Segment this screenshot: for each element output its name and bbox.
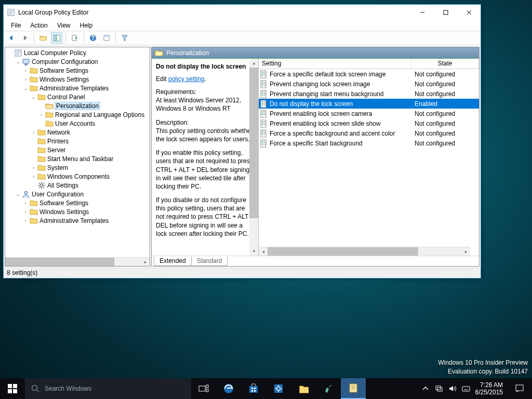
- tree-item[interactable]: ›Network: [6, 128, 150, 137]
- expand-icon[interactable]: ›: [30, 164, 37, 171]
- app-icon: [7, 8, 15, 17]
- tab-extended[interactable]: Extended: [154, 257, 192, 266]
- list-hscrollbar[interactable]: ◂▸: [259, 247, 470, 256]
- collapse-icon[interactable]: ⌄: [14, 58, 22, 65]
- tree-item[interactable]: ›Software Settings: [6, 198, 150, 207]
- expand-icon[interactable]: ›: [22, 217, 30, 224]
- properties-button[interactable]: [101, 32, 112, 44]
- list-row[interactable]: Force a specific default lock screen ima…: [259, 69, 479, 79]
- taskbar-app[interactable]: [316, 378, 341, 399]
- menu-help[interactable]: Help: [76, 21, 97, 30]
- menu-file[interactable]: File: [7, 21, 25, 30]
- expand-icon[interactable]: ›: [22, 199, 30, 207]
- taskbar-settings[interactable]: [266, 378, 291, 399]
- tree-item[interactable]: ›Windows Settings: [6, 75, 150, 84]
- collapse-icon[interactable]: ⌄: [14, 190, 22, 198]
- setting-state: Not configured: [411, 140, 479, 147]
- list-row[interactable]: Prevent enabling lock screen cameraNot c…: [259, 109, 479, 118]
- list-row[interactable]: Force a specific background and accent c…: [259, 128, 479, 138]
- tray-chevron-up-icon[interactable]: [421, 384, 430, 393]
- tray-clock[interactable]: 7:26 AM 6/25/2015: [475, 381, 503, 396]
- tree-admin-templates[interactable]: ⌄Administrative Templates: [6, 84, 150, 92]
- expand-icon[interactable]: ›: [30, 172, 37, 180]
- menu-action[interactable]: Action: [26, 21, 51, 30]
- menubar: File Action View Help: [4, 20, 481, 31]
- tree-item[interactable]: ›Windows Components: [6, 172, 150, 181]
- description-label: Description:: [156, 119, 189, 126]
- maximize-button[interactable]: [434, 5, 457, 20]
- task-view-button[interactable]: [191, 378, 216, 399]
- taskbar-gpedit[interactable]: [341, 378, 366, 399]
- search-icon: [31, 384, 39, 393]
- tree-item[interactable]: ›Regional and Language Options: [6, 110, 150, 119]
- tray-volume-icon[interactable]: [448, 384, 457, 393]
- description-vscrollbar[interactable]: ▴▾: [249, 59, 258, 256]
- edit-policy-link[interactable]: policy setting: [168, 75, 204, 83]
- col-state[interactable]: State: [411, 59, 479, 69]
- tree-computer-config[interactable]: ⌄Computer Configuration: [6, 57, 150, 66]
- tree-personalization[interactable]: Personalization: [6, 101, 150, 110]
- selected-policy-title: Do not display the lock screen: [156, 63, 254, 70]
- help-button[interactable]: ?: [87, 32, 99, 44]
- menu-view[interactable]: View: [53, 21, 75, 30]
- folder-icon: [37, 164, 46, 172]
- tree-control-panel[interactable]: ⌄Control Panel: [6, 92, 150, 101]
- expand-icon[interactable]: ›: [22, 66, 30, 74]
- taskbar-explorer[interactable]: [291, 378, 316, 399]
- tree-root[interactable]: Local Computer Policy: [6, 48, 150, 57]
- up-button[interactable]: [37, 32, 49, 44]
- back-button[interactable]: [6, 32, 17, 44]
- collapse-icon[interactable]: ⌄: [30, 93, 37, 101]
- taskbar-edge[interactable]: [216, 378, 241, 399]
- filter-button[interactable]: [119, 32, 130, 44]
- expand-icon[interactable]: ›: [22, 75, 30, 83]
- setting-state: Not configured: [411, 130, 479, 137]
- tree-item[interactable]: ›Administrative Templates: [6, 216, 150, 225]
- list-header[interactable]: Setting State: [259, 59, 479, 69]
- start-button[interactable]: [0, 378, 25, 399]
- expand-icon[interactable]: ›: [22, 208, 30, 216]
- tree-item[interactable]: ›Software Settings: [6, 66, 150, 75]
- windows-logo-icon: [8, 384, 17, 393]
- tray-keyboard-icon[interactable]: [462, 384, 470, 393]
- folder-icon: [37, 155, 46, 163]
- minimize-button[interactable]: [410, 5, 434, 20]
- tree-item[interactable]: ›System: [6, 163, 150, 172]
- list-row[interactable]: Do not display the lock screenEnabled: [259, 99, 479, 109]
- taskbar-store[interactable]: [241, 378, 266, 399]
- tree-user-config[interactable]: ⌄User Configuration: [6, 190, 150, 198]
- tree-item[interactable]: ›Windows Settings: [6, 207, 150, 216]
- svg-point-57: [330, 385, 331, 386]
- tree-item[interactable]: User Accounts: [6, 119, 150, 128]
- setting-state: Not configured: [411, 71, 479, 78]
- svg-point-39: [32, 385, 37, 391]
- svg-rect-66: [516, 385, 523, 391]
- tab-standard[interactable]: Standard: [191, 257, 228, 266]
- tree-item[interactable]: Server: [6, 145, 150, 154]
- list-row[interactable]: Prevent changing start menu backgroundNo…: [259, 89, 479, 99]
- list-row[interactable]: Force a specific Start backgroundNot con…: [259, 138, 479, 148]
- tree-item[interactable]: Start Menu and Taskbar: [6, 154, 150, 163]
- titlebar[interactable]: Local Group Policy Editor: [4, 5, 481, 20]
- col-setting[interactable]: Setting: [259, 59, 411, 69]
- collapse-icon[interactable]: ⌄: [22, 84, 30, 92]
- notification-icon: [515, 384, 524, 393]
- expand-icon[interactable]: ›: [30, 128, 37, 136]
- tree-all-settings[interactable]: All Settings: [6, 181, 150, 190]
- forward-button[interactable]: [19, 32, 31, 44]
- store-icon: [248, 383, 259, 394]
- search-box[interactable]: Search Windows: [25, 378, 191, 399]
- action-center-button[interactable]: [507, 378, 532, 399]
- close-button[interactable]: [457, 5, 481, 20]
- expand-icon[interactable]: ›: [37, 111, 45, 118]
- export-button[interactable]: [69, 32, 81, 44]
- tree-hscrollbar[interactable]: ◂▸: [5, 257, 150, 266]
- show-tree-button[interactable]: [51, 32, 62, 44]
- list-row[interactable]: Prevent changing lock screen imageNot co…: [259, 79, 479, 89]
- folder-icon: [37, 128, 46, 137]
- user-icon: [22, 190, 30, 198]
- svg-rect-41: [199, 386, 205, 391]
- list-row[interactable]: Prevent enabling lock screen slide showN…: [259, 118, 479, 128]
- tray-network-icon[interactable]: [435, 384, 443, 393]
- tree-item[interactable]: Printers: [6, 137, 150, 145]
